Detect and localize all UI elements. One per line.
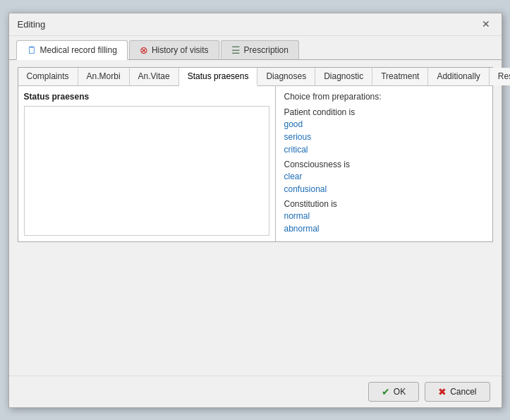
cancel-button[interactable]: ✖ Cancel	[425, 382, 490, 402]
left-panel-title: Status praesens	[24, 92, 269, 102]
title-bar: Editing ✕	[9, 13, 502, 36]
panel-body: Status praesens Choice from preparations…	[18, 86, 492, 241]
close-button[interactable]: ✕	[479, 19, 493, 29]
content-area: Complaints An.Morbi An.Vitae Status prae…	[9, 60, 502, 376]
tab-history[interactable]: ⊗ History of visits	[129, 40, 219, 59]
choice-normal[interactable]: normal	[284, 210, 484, 222]
tab-anmorbi[interactable]: An.Morbi	[78, 68, 130, 85]
tab-status[interactable]: Status praesens	[179, 68, 258, 86]
ok-button[interactable]: ✔ OK	[368, 382, 419, 402]
choice-title: Choice from preparations:	[284, 92, 484, 102]
left-panel: Status praesens	[18, 86, 276, 241]
right-panel: Choice from preparations: Patient condit…	[276, 86, 492, 241]
sub-tab-bar: Complaints An.Morbi An.Vitae Status prae…	[18, 68, 492, 86]
choice-clear[interactable]: clear	[284, 171, 484, 182]
group-constitution-label: Constitution is	[284, 199, 484, 209]
choice-critical[interactable]: critical	[284, 144, 484, 155]
tab-complaints[interactable]: Complaints	[18, 68, 78, 85]
tab-anvitae[interactable]: An.Vitae	[130, 68, 179, 85]
tab-treatment[interactable]: Treatment	[372, 68, 428, 85]
medical-icon: 🗒	[27, 44, 37, 56]
choice-confusional[interactable]: confusional	[284, 184, 484, 195]
group-patient-label: Patient condition is	[284, 107, 484, 117]
tab-diagnoses[interactable]: Diagnoses	[257, 68, 315, 85]
history-icon: ⊗	[140, 44, 148, 56]
dialog-footer: ✔ OK ✖ Cancel	[9, 376, 502, 407]
tab-prescription[interactable]: ☰ Prescription	[221, 40, 299, 59]
dialog-title: Editing	[18, 19, 46, 30]
inner-panel: Complaints An.Morbi An.Vitae Status prae…	[18, 67, 493, 242]
tab-result[interactable]: Result	[490, 68, 510, 85]
editing-dialog: Editing ✕ 🗒 Medical record filling ⊗ His…	[8, 13, 502, 408]
status-praesens-input[interactable]	[24, 106, 269, 236]
group-consciousness: Consciousness is clear confusional	[284, 160, 484, 195]
cancel-icon: ✖	[438, 386, 447, 397]
ok-icon: ✔	[382, 386, 390, 397]
tab-diagnostic[interactable]: Diagnostic	[315, 68, 372, 85]
choice-abnormal[interactable]: abnormal	[284, 223, 484, 234]
choice-good[interactable]: good	[284, 119, 484, 130]
tab-medical[interactable]: 🗒 Medical record filling	[16, 40, 128, 60]
prescription-icon: ☰	[231, 44, 241, 56]
tab-additionally[interactable]: Additionally	[428, 68, 489, 85]
choice-serious[interactable]: serious	[284, 131, 484, 143]
top-tab-bar: 🗒 Medical record filling ⊗ History of vi…	[9, 36, 502, 60]
group-constitution: Constitution is normal abnormal	[284, 199, 484, 234]
group-consciousness-label: Consciousness is	[284, 160, 484, 169]
group-patient-condition: Patient condition is good serious critic…	[284, 107, 484, 155]
